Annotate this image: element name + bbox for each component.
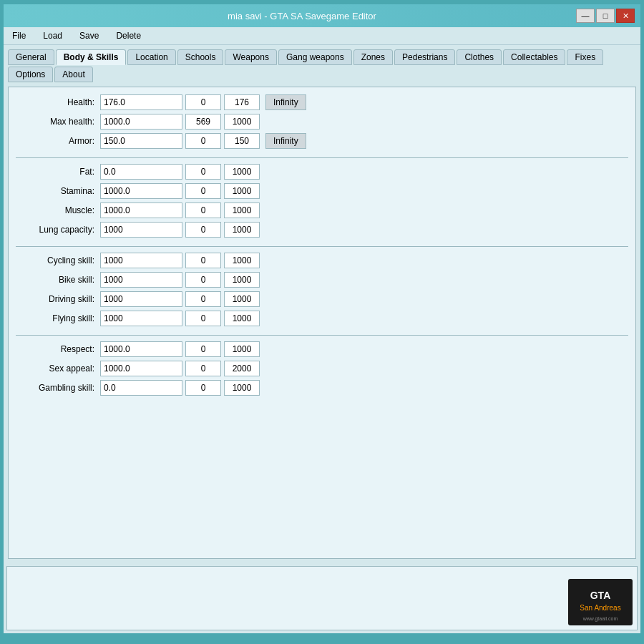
armor-label: Armor: [16,136,94,146]
stamina-max[interactable] [224,183,260,199]
max-health-row: Max health: [16,114,628,130]
minimize-button[interactable]: — [576,9,595,23]
max-health-label: Max health: [16,117,94,127]
stamina-input[interactable] [100,183,182,199]
cycling-skill-label: Cycling skill: [16,255,94,265]
svg-text:San Andreas: San Andreas [580,604,620,612]
menu-load[interactable]: Load [40,30,65,42]
cycling-skill-min[interactable] [185,253,221,268]
flying-skill-input[interactable] [100,311,182,326]
tab-body-skills[interactable]: Body & Skills [56,49,127,65]
health-input[interactable] [100,94,182,110]
bike-skill-max[interactable] [224,272,260,288]
bike-skill-row: Bike skill: [16,272,628,288]
fat-max[interactable] [224,164,260,180]
health-label: Health: [16,97,94,107]
body-skills-panel: Health: Infinity Max health: Armor: [8,87,636,559]
window-controls: — □ ✕ [576,9,635,23]
bike-skill-min[interactable] [185,272,221,288]
driving-skill-input[interactable] [100,291,182,307]
sex-appeal-max[interactable] [224,361,260,376]
tab-weapons[interactable]: Weapons [225,49,276,65]
stamina-row: Stamina: [16,183,628,199]
muscle-input[interactable] [100,203,182,218]
svg-text:GTA: GTA [590,590,611,601]
flying-skill-row: Flying skill: [16,311,628,326]
gambling-skill-max[interactable] [224,380,260,396]
armor-input[interactable] [100,133,182,149]
tab-schools[interactable]: Schools [177,49,224,65]
window-title: mia savi - GTA SA Savegame Editor [28,11,576,21]
health-infinity-button[interactable]: Infinity [265,94,306,110]
lung-capacity-label: Lung capacity: [16,225,94,235]
tab-about[interactable]: About [54,67,92,82]
gambling-skill-row: Gambling skill: [16,380,628,396]
divider-3 [16,335,628,336]
flying-skill-label: Flying skill: [16,313,94,323]
main-content: General Body & Skills Location Schools W… [4,45,640,563]
respect-input[interactable] [100,341,182,357]
armor-min[interactable] [185,133,221,149]
lung-capacity-min[interactable] [185,222,221,238]
sex-appeal-label: Sex appeal: [16,364,94,374]
driving-skill-label: Driving skill: [16,294,94,304]
menu-save[interactable]: Save [77,30,102,42]
muscle-label: Muscle: [16,205,94,215]
lung-capacity-input[interactable] [100,222,182,238]
fat-min[interactable] [185,164,221,180]
armor-infinity-button[interactable]: Infinity [265,133,306,149]
respect-label: Respect: [16,344,94,354]
tab-location[interactable]: Location [127,49,175,65]
gambling-skill-input[interactable] [100,380,182,396]
tab-collectables[interactable]: Collectables [503,49,565,65]
cycling-skill-max[interactable] [224,253,260,268]
menu-file[interactable]: File [9,30,29,42]
health-section: Health: Infinity Max health: Armor: [16,94,628,149]
flying-skill-max[interactable] [224,311,260,326]
body-section: Fat: Stamina: Muscle: [16,164,628,238]
respect-max[interactable] [224,341,260,357]
armor-row: Armor: Infinity [16,133,628,149]
muscle-row: Muscle: [16,203,628,218]
max-health-input[interactable] [100,114,182,130]
skills-section: Cycling skill: Bike skill: Driving skill… [16,253,628,326]
armor-max[interactable] [224,133,260,149]
muscle-min[interactable] [185,203,221,218]
bottom-panel: GTA San Andreas www.gtaall.com [6,566,638,630]
tabs-bar: General Body & Skills Location Schools W… [8,49,636,82]
tab-zones[interactable]: Zones [353,49,393,65]
driving-skill-max[interactable] [224,291,260,307]
health-min[interactable] [185,94,221,110]
respect-row: Respect: [16,341,628,357]
tab-fixes[interactable]: Fixes [567,49,603,65]
bike-skill-input[interactable] [100,272,182,288]
close-button[interactable]: ✕ [616,9,635,23]
driving-skill-row: Driving skill: [16,291,628,307]
health-max[interactable] [224,94,260,110]
tab-pedestrians[interactable]: Pedestrians [394,49,455,65]
sex-appeal-min[interactable] [185,361,221,376]
flying-skill-min[interactable] [185,311,221,326]
stamina-label: Stamina: [16,186,94,196]
max-health-min[interactable] [185,114,221,130]
fat-label: Fat: [16,167,94,177]
stamina-min[interactable] [185,183,221,199]
tab-gang-weapons[interactable]: Gang weapons [278,49,352,65]
tab-general[interactable]: General [8,49,54,65]
max-health-max[interactable] [224,114,260,130]
cycling-skill-row: Cycling skill: [16,253,628,268]
gambling-skill-min[interactable] [185,380,221,396]
fat-input[interactable] [100,164,182,180]
tab-clothes[interactable]: Clothes [457,49,502,65]
menu-delete[interactable]: Delete [113,30,144,42]
cycling-skill-input[interactable] [100,253,182,268]
driving-skill-min[interactable] [185,291,221,307]
social-section: Respect: Sex appeal: Gambling skill: [16,341,628,396]
muscle-max[interactable] [224,203,260,218]
maximize-button[interactable]: □ [596,9,615,23]
respect-min[interactable] [185,341,221,357]
sex-appeal-input[interactable] [100,361,182,376]
tab-options[interactable]: Options [8,67,53,82]
lung-capacity-max[interactable] [224,222,260,238]
divider-2 [16,246,628,247]
